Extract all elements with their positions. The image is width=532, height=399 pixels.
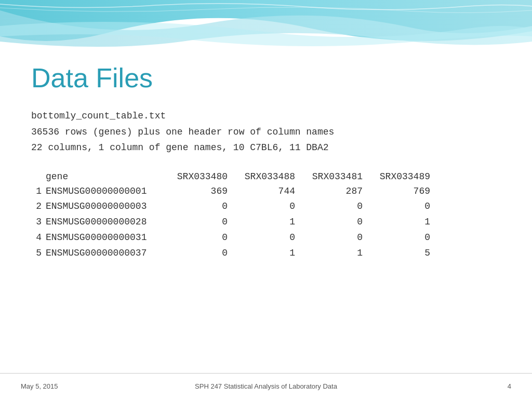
slide-title: Data Files [31, 62, 501, 94]
file-line1: bottomly_count_table.txt [31, 108, 501, 124]
header-col2: SRX033488 [228, 171, 295, 182]
row-col1: 0 [160, 215, 228, 230]
row-gene: ENSMUSG00000000031 [46, 230, 160, 246]
slide-footer: May 5, 2015 SPH 247 Statistical Analysis… [0, 373, 532, 399]
row-col2: 744 [228, 184, 295, 200]
row-col3: 1 [295, 246, 363, 261]
header-col1: SRX033480 [160, 171, 228, 182]
row-index: 5 [31, 246, 46, 261]
row-col3: 0 [295, 215, 363, 230]
row-col4: 769 [363, 184, 430, 200]
header-gene: gene [46, 171, 160, 182]
header-wave [0, 0, 532, 57]
slide-content: Data Files bottomly_count_table.txt 3653… [31, 62, 501, 368]
row-col2: 0 [228, 199, 295, 215]
table-row: 3 ENSMUSG00000000028 0 1 0 1 [31, 215, 501, 230]
row-gene: ENSMUSG00000000028 [46, 215, 160, 230]
table-row: 4 ENSMUSG00000000031 0 0 0 0 [31, 230, 501, 246]
table-rows: 1 ENSMUSG00000000001 369 744 287 769 2 E… [31, 184, 501, 261]
row-col2: 0 [228, 230, 295, 246]
row-col3: 287 [295, 184, 363, 200]
row-col4: 0 [363, 230, 430, 246]
footer-page: 4 [389, 382, 511, 390]
row-col1: 0 [160, 246, 228, 261]
table-row: 1 ENSMUSG00000000001 369 744 287 769 [31, 184, 501, 200]
row-col4: 1 [363, 215, 430, 230]
file-line3: 22 columns, 1 column of gene names, 10 C… [31, 140, 501, 156]
footer-title: SPH 247 Statistical Analysis of Laborato… [143, 382, 389, 390]
row-col2: 1 [228, 246, 295, 261]
table-header-row: gene SRX033480 SRX033488 SRX033481 SRX03… [31, 171, 501, 182]
row-index: 1 [31, 184, 46, 200]
row-col1: 0 [160, 199, 228, 215]
row-col1: 369 [160, 184, 228, 200]
row-col1: 0 [160, 230, 228, 246]
header-col3: SRX033481 [295, 171, 363, 182]
row-col3: 0 [295, 230, 363, 246]
header-col4: SRX033489 [363, 171, 430, 182]
row-col2: 1 [228, 215, 295, 230]
row-gene: ENSMUSG00000000003 [46, 199, 160, 215]
row-gene: ENSMUSG00000000037 [46, 246, 160, 261]
table-row: 2 ENSMUSG00000000003 0 0 0 0 [31, 199, 501, 215]
row-col3: 0 [295, 199, 363, 215]
row-col4: 0 [363, 199, 430, 215]
data-table: gene SRX033480 SRX033488 SRX033481 SRX03… [31, 171, 501, 261]
row-index: 3 [31, 215, 46, 230]
table-row: 5 ENSMUSG00000000037 0 1 1 5 [31, 246, 501, 261]
file-info: bottomly_count_table.txt 36536 rows (gen… [31, 108, 501, 156]
row-gene: ENSMUSG00000000001 [46, 184, 160, 200]
footer-date: May 5, 2015 [21, 382, 143, 390]
row-index: 2 [31, 199, 46, 215]
header-index [31, 171, 46, 182]
row-col4: 5 [363, 246, 430, 261]
file-line2: 36536 rows (genes) plus one header row o… [31, 124, 501, 140]
row-index: 4 [31, 230, 46, 246]
